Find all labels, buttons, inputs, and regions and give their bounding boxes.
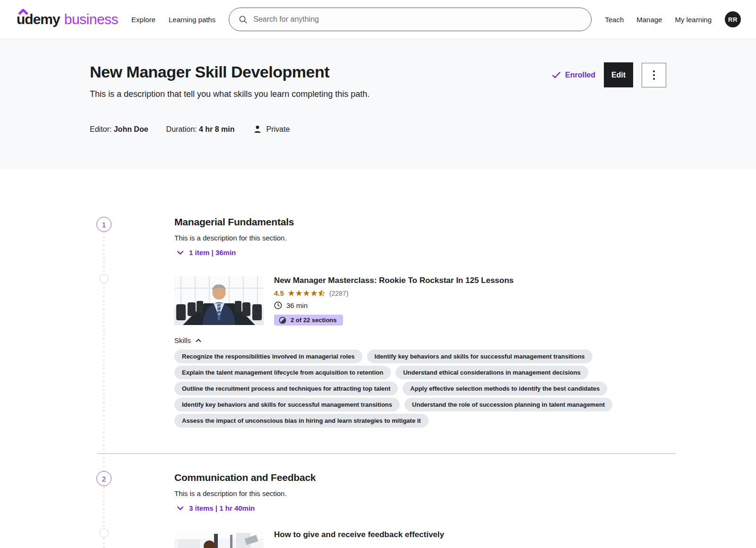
section-1-header: Managerial Fundamentals This is a descri…: [174, 216, 668, 257]
timeline-item-node: [99, 274, 109, 283]
visibility-info: Private: [253, 125, 290, 134]
section-title: Communication and Feedback: [174, 472, 668, 483]
course-rating: 4.5 (2287): [274, 289, 514, 297]
enrolled-button[interactable]: Enrolled: [552, 71, 595, 79]
skill-chip: Outline the recruitment process and tech…: [174, 382, 398, 395]
edit-button[interactable]: Edit: [604, 62, 633, 87]
skills-block: Skills Recognize the responsibilities in…: [174, 336, 668, 428]
course-title[interactable]: New Manager Masterclass: Rookie To Rocks…: [274, 276, 514, 285]
person-icon: [253, 125, 262, 134]
course-thumbnail[interactable]: [174, 276, 264, 325]
progress-circle-icon: [279, 317, 286, 324]
section-items-summary: 1 item | 36min: [189, 248, 236, 257]
boardroom-photo: [174, 276, 264, 325]
path-header: New Manager Skill Development This is a …: [0, 39, 756, 169]
skills-toggle[interactable]: Skills: [174, 336, 668, 344]
editor-label: Editor:: [90, 125, 112, 133]
nav-item-my-learning[interactable]: My learning: [675, 16, 712, 24]
chevron-down-icon: [177, 506, 184, 511]
search-input[interactable]: [253, 15, 582, 24]
course-duration: 36 min: [274, 301, 514, 309]
more-options-button[interactable]: [642, 63, 666, 87]
rating-value: 4.5: [274, 289, 284, 297]
section-1-number-badge: 1: [96, 217, 112, 232]
section-divider: [97, 453, 676, 454]
logo-caret-icon: [18, 8, 28, 17]
section-description: This is a description for this section.: [174, 489, 668, 497]
page-title: New Manager Skill Development: [90, 61, 369, 82]
course-info: New Manager Masterclass: Rookie To Rocks…: [274, 276, 514, 326]
section-items-toggle[interactable]: 1 item | 36min: [174, 248, 668, 257]
top-navigation: udemy business Explore Learning paths Te…: [0, 0, 756, 39]
star-icon: [288, 290, 295, 297]
chevron-up-icon: [196, 339, 201, 342]
clock-icon: [274, 301, 282, 309]
skill-chip: Apply effective selection methods to ide…: [403, 382, 607, 395]
course-card: New Manager Masterclass: Rookie To Rocks…: [174, 276, 514, 326]
star-icon: [303, 290, 310, 297]
skill-chip: Assess the impact of unconscious bias in…: [174, 414, 429, 428]
nav-item-teach[interactable]: Teach: [605, 16, 624, 24]
logo-business-text: business: [64, 11, 118, 27]
search-bar[interactable]: [229, 8, 592, 31]
path-header-text: New Manager Skill Development This is a …: [90, 61, 369, 99]
check-icon: [552, 71, 561, 78]
enrolled-label: Enrolled: [565, 71, 595, 79]
nav-left-links: Explore Learning paths: [131, 16, 215, 24]
editor-name: John Doe: [114, 125, 148, 133]
duration-label: Duration:: [166, 125, 197, 133]
nav-right-links: Teach Manage My learning: [605, 16, 712, 24]
skills-chips: Recognize the responsibilities involved …: [174, 350, 668, 428]
course-info: How to give and receive feedback effecti…: [274, 530, 444, 548]
skill-chip: Recognize the responsibilities involved …: [174, 350, 362, 363]
duration-value: 4 hr 8 min: [199, 125, 235, 133]
skills-label: Skills: [174, 336, 191, 344]
search-icon: [239, 15, 248, 24]
course-card: How to give and receive feedback effecti…: [174, 530, 444, 548]
section-title: Managerial Fundamentals: [174, 216, 668, 228]
skill-chip: Understand the role of succession planni…: [404, 398, 612, 411]
search-container: [229, 8, 592, 31]
star-icon: [310, 290, 318, 297]
user-avatar[interactable]: RR: [725, 11, 741, 27]
nav-item-explore[interactable]: Explore: [131, 16, 155, 24]
section-items-toggle[interactable]: 3 items | 1 hr 40min: [174, 504, 668, 512]
udemy-business-logo[interactable]: udemy business: [17, 11, 118, 27]
skill-chip: Identify key behaviors and skills for su…: [367, 350, 593, 363]
progress-text: 2 of 22 sections: [291, 317, 337, 324]
page-description: This is a description that tell you what…: [90, 89, 369, 99]
star-rating-icons: [288, 290, 325, 297]
office-photo: [174, 530, 264, 548]
path-actions: Enrolled Edit: [552, 62, 666, 87]
star-half-icon: [318, 290, 325, 297]
editor-info: Editor: John Doe: [90, 125, 148, 134]
skill-chip: Identify key behaviors and skills for su…: [174, 398, 400, 411]
path-content: 1 2 Managerial Fundamentals This is a de…: [0, 169, 756, 548]
path-meta: Editor: John Doe Duration: 4 hr 8 min Pr…: [90, 125, 666, 134]
kebab-dot: [653, 74, 655, 76]
course-thumbnail[interactable]: [174, 530, 264, 548]
section-2-header: Communication and Feedback This is a des…: [174, 472, 668, 512]
course-title[interactable]: How to give and receive feedback effecti…: [274, 530, 444, 539]
duration-text: 36 min: [286, 301, 308, 309]
duration-info: Duration: 4 hr 8 min: [166, 125, 235, 134]
skill-chip: Explain the talent management lifecycle …: [174, 366, 391, 379]
chevron-down-icon: [177, 250, 184, 255]
progress-badge: 2 of 22 sections: [274, 315, 343, 325]
nav-item-manage[interactable]: Manage: [636, 16, 662, 24]
timeline-item-node: [99, 528, 109, 538]
section-items-summary: 3 items | 1 hr 40min: [189, 504, 255, 512]
kebab-dot: [653, 70, 655, 72]
kebab-dot: [653, 78, 655, 80]
review-count: (2287): [329, 290, 348, 297]
section-description: This is a description for this section.: [174, 234, 668, 242]
visibility-label: Private: [266, 125, 290, 134]
nav-item-learning-paths[interactable]: Learning paths: [169, 16, 215, 24]
section-2-number-badge: 2: [96, 471, 112, 486]
skill-chip: Understand ethical considerations in man…: [395, 366, 588, 379]
star-icon: [295, 290, 302, 297]
